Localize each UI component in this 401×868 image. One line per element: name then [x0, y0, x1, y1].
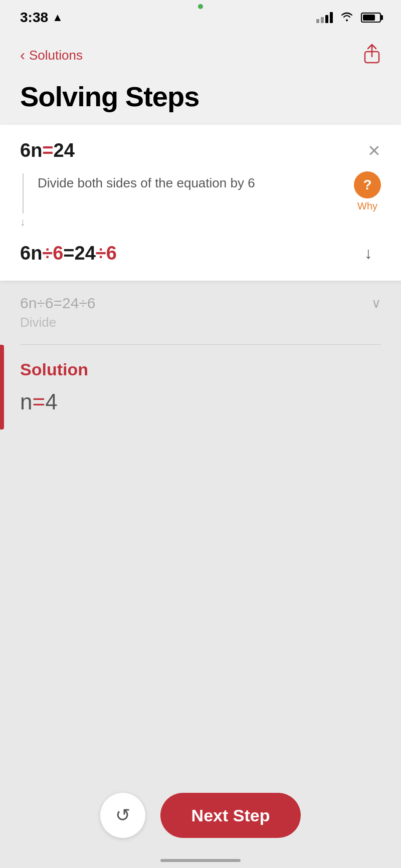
step-equation-row: 6n=24 ✕: [20, 140, 381, 161]
active-step-card: 6n=24 ✕ ↓ Divide both sides of the equat…: [0, 125, 401, 281]
nav-bar: ‹ Solutions: [0, 35, 401, 75]
bottom-bar: ↺ Next Step: [0, 793, 401, 838]
chevron-left-icon: ‹: [20, 47, 25, 64]
step-result-row: 6n÷6=24÷6 ↓: [20, 241, 381, 266]
step-equation: 6n=24: [20, 140, 75, 161]
collapsed-label: Divide: [20, 315, 381, 330]
share-button[interactable]: [363, 44, 381, 67]
next-step-button[interactable]: Next Step: [160, 793, 301, 838]
solution-accent-bar: [0, 345, 4, 429]
home-indicator: [160, 859, 241, 862]
next-step-label: Next Step: [191, 806, 270, 825]
solution-title: Solution: [20, 360, 381, 379]
collapsed-step[interactable]: 6n÷6=24÷6 ∨ Divide: [0, 281, 401, 344]
signal-bars-icon: [316, 12, 333, 23]
why-circle: ?: [354, 171, 381, 198]
step-description: Divide both sides of the equation by 6: [38, 173, 354, 193]
status-time: 3:38: [20, 10, 48, 26]
close-button[interactable]: ✕: [367, 141, 381, 160]
battery-icon: [361, 13, 381, 23]
collapsed-area: 6n÷6=24÷6 ∨ Divide Solution n=4: [0, 281, 401, 429]
status-icons: [316, 11, 381, 25]
page-title-area: Solving Steps: [0, 75, 401, 125]
undo-button[interactable]: ↺: [100, 793, 145, 838]
chevron-down-icon: ∨: [371, 296, 381, 311]
step-expand-button[interactable]: ↓: [356, 241, 381, 266]
page-title: Solving Steps: [20, 80, 381, 113]
status-bar: 3:38 ▲: [0, 0, 401, 35]
why-label: Why: [357, 200, 377, 212]
step-result-equation: 6n÷6=24÷6: [20, 243, 117, 264]
why-button[interactable]: ? Why: [354, 171, 381, 212]
collapsed-equation: 6n÷6=24÷6 ∨: [20, 295, 381, 312]
undo-icon: ↺: [115, 805, 130, 826]
location-icon: ▲: [52, 11, 63, 24]
back-label: Solutions: [29, 48, 83, 63]
step-arrow-line: ↓: [20, 171, 26, 229]
green-dot: [198, 4, 203, 9]
back-button[interactable]: ‹ Solutions: [20, 47, 83, 64]
solution-area: Solution n=4: [0, 345, 401, 429]
solution-equation: n=4: [20, 389, 381, 414]
equals-sign: =: [42, 140, 53, 161]
wifi-icon: [340, 11, 354, 25]
